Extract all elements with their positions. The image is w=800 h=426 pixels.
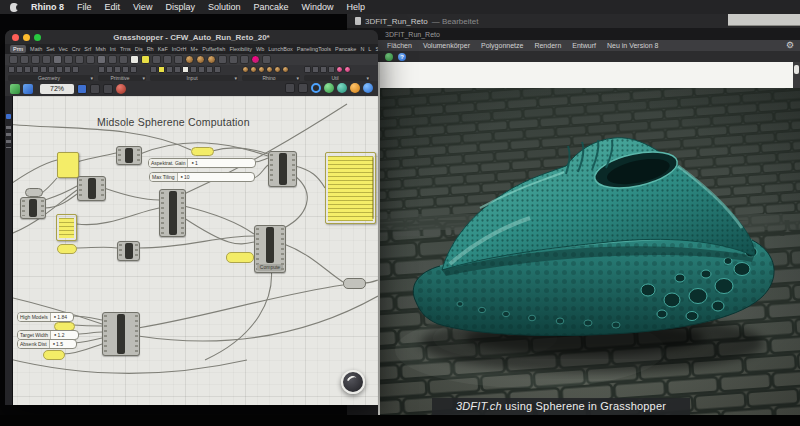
gh-category-tab[interactable]: N	[360, 46, 364, 52]
gh-component[interactable]	[268, 151, 297, 187]
toolbar-icon[interactable]	[64, 55, 73, 64]
preview-shaded-toggle[interactable]	[324, 83, 334, 93]
gh-category-tab[interactable]: Rh	[147, 46, 154, 52]
gh-param-capsule[interactable]	[25, 188, 43, 197]
pan-tool-button[interactable]	[90, 84, 100, 94]
component-icon[interactable]	[320, 66, 327, 73]
gh-component[interactable]	[117, 241, 140, 261]
rhino-ribbon-tab[interactable]: Flächen	[387, 42, 412, 49]
gh-category-tab[interactable]: Int	[110, 46, 116, 52]
selection-tool-button[interactable]	[103, 84, 113, 94]
gh-value-capsule[interactable]	[191, 147, 214, 156]
preview-wireframe-toggle[interactable]	[337, 83, 347, 93]
preview-custom-toggle[interactable]	[363, 83, 373, 93]
rhino-ribbon-tab[interactable]: Volumenkörper	[423, 42, 470, 49]
toolbar-icon[interactable]	[141, 55, 150, 64]
gh-slider-aspect[interactable]: Aspektrat. Gain 1	[148, 158, 256, 168]
apple-menu-icon[interactable]	[10, 3, 18, 12]
gh-component[interactable]	[116, 146, 142, 165]
rhino-command-area[interactable]	[380, 62, 793, 89]
component-icon[interactable]	[312, 66, 319, 73]
rhino-ribbon-tab[interactable]: Rendern	[534, 42, 561, 49]
component-icon[interactable]	[40, 66, 47, 73]
component-icon[interactable]	[190, 66, 197, 73]
gh-category-tab[interactable]: Pancake	[335, 46, 356, 52]
gh-param-capsule[interactable]	[343, 278, 366, 289]
grasshopper-titlebar[interactable]: Grasshopper - CFW_Auto_Run_Reto_20*	[5, 30, 378, 44]
preview-hidden-toggle[interactable]	[350, 83, 360, 93]
gh-component[interactable]	[77, 176, 106, 201]
toolbar-icon[interactable]	[251, 55, 260, 64]
gh-category-tab[interactable]: Pufferfish	[202, 46, 225, 52]
toolbar-icon[interactable]	[75, 55, 84, 64]
sphere-display-button[interactable]	[116, 84, 126, 94]
gh-category-tab[interactable]: Wb	[256, 46, 264, 52]
gh-value-capsule[interactable]	[226, 252, 254, 263]
minimize-button[interactable]	[23, 34, 30, 41]
toolbar-icon[interactable]	[86, 55, 95, 64]
gh-category-tab[interactable]: L	[368, 46, 371, 52]
gh-category-tab[interactable]: S	[375, 46, 378, 52]
component-icon[interactable]	[304, 66, 311, 73]
gh-slider-high[interactable]: High Models 1.84	[17, 312, 74, 322]
save-file-icon[interactable]	[23, 84, 33, 94]
gh-panel[interactable]	[57, 152, 79, 178]
toolbar-icon[interactable]	[174, 55, 183, 64]
gh-category-tab[interactable]: PanelingTools	[297, 46, 331, 52]
component-icon[interactable]	[336, 66, 343, 73]
gh-component[interactable]	[159, 189, 186, 237]
toolbar-icon[interactable]	[130, 55, 139, 64]
menubar-item[interactable]: Help	[346, 2, 365, 12]
component-icon[interactable]	[182, 66, 189, 73]
menubar-item[interactable]: Solution	[208, 2, 241, 12]
gh-category-tab[interactable]: LunchBox	[268, 46, 292, 52]
component-icon[interactable]	[24, 66, 31, 73]
gh-log-panel[interactable]	[325, 152, 376, 224]
component-icon[interactable]	[122, 66, 129, 73]
gh-category-tab[interactable]: InOrH	[172, 46, 187, 52]
grasshopper-canvas[interactable]: Midsole Spherene Computation Aspektrat. …	[5, 96, 378, 405]
rhino-3d-viewport[interactable]: 3DFIT.ch using Spherene in Grasshopper	[380, 88, 800, 415]
canvas-compass-widget[interactable]	[341, 370, 365, 394]
toolbar-icon[interactable]	[20, 55, 29, 64]
zoom-fit-button[interactable]	[77, 84, 87, 94]
menubar-item[interactable]: Window	[301, 2, 333, 12]
component-icon[interactable]	[250, 66, 257, 73]
zoom-level-dropdown[interactable]: 72%	[40, 84, 74, 94]
component-icon[interactable]	[206, 66, 213, 73]
component-icon[interactable]	[16, 66, 23, 73]
gh-category-tab[interactable]: Flexibility	[229, 46, 252, 52]
gh-value-capsule[interactable]	[43, 350, 65, 360]
gh-category-tab[interactable]: Crv	[72, 46, 81, 52]
component-icon[interactable]	[48, 66, 55, 73]
component-icon[interactable]	[214, 66, 221, 73]
gh-panel-list[interactable]	[56, 214, 77, 241]
component-icon[interactable]	[150, 66, 157, 73]
gh-category-tab[interactable]: Trns	[120, 46, 131, 52]
component-icon[interactable]	[198, 66, 205, 73]
component-icon[interactable]	[158, 66, 165, 73]
close-button[interactable]	[12, 34, 19, 41]
wire-display-button[interactable]	[285, 83, 295, 93]
gh-category-tab[interactable]: Dis	[135, 46, 143, 52]
toolbar-icon[interactable]	[218, 55, 227, 64]
toolbar-icon[interactable]	[97, 55, 106, 64]
gear-icon[interactable]: ⚙	[786, 41, 794, 50]
preview-active-toggle[interactable]	[311, 83, 321, 93]
toolbar-icon[interactable]	[108, 55, 117, 64]
toolbar-icon[interactable]	[119, 55, 128, 64]
gh-category-tab[interactable]: Srf	[84, 46, 91, 52]
component-icon[interactable]	[174, 66, 181, 73]
component-icon[interactable]	[72, 66, 79, 73]
gh-component-compute[interactable]: Compute	[254, 225, 286, 273]
gh-category-tab[interactable]: Msh	[95, 46, 105, 52]
command-scrollbar[interactable]	[793, 62, 800, 88]
rhino-toolbar-green-icon[interactable]	[385, 53, 393, 61]
toolbar-icon[interactable]	[31, 55, 40, 64]
toolbar-icon[interactable]	[163, 55, 172, 64]
component-icon[interactable]	[56, 66, 63, 73]
component-icon[interactable]	[344, 66, 351, 73]
gh-component[interactable]	[102, 312, 140, 356]
toolbar-icon[interactable]	[53, 55, 62, 64]
toolbar-icon[interactable]	[207, 55, 216, 64]
